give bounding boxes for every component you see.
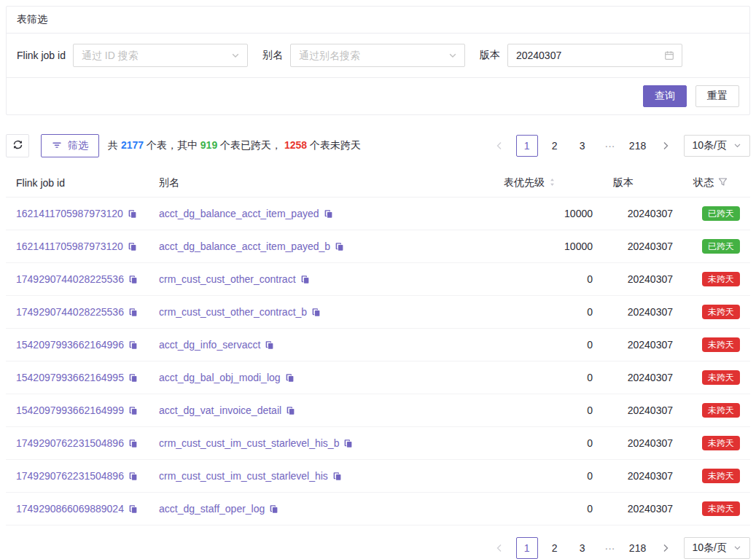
field-version: 版本 bbox=[480, 44, 682, 67]
copy-icon[interactable] bbox=[285, 373, 295, 383]
alias-link[interactable]: acct_dg_staff_oper_log bbox=[159, 503, 265, 515]
sorter-icon[interactable] bbox=[549, 177, 556, 189]
copy-icon[interactable] bbox=[128, 472, 138, 481]
page-number-1[interactable]: 1 bbox=[516, 135, 538, 157]
flink-job-id-link[interactable]: 1542097993662164999 bbox=[16, 404, 124, 416]
flink-job-id-link[interactable]: 1542097993662164996 bbox=[16, 339, 124, 351]
cell-alias: acct_dg_vat_invoice_detail bbox=[149, 394, 494, 427]
refresh-button[interactable] bbox=[6, 134, 29, 157]
status-badge: 未跨天 bbox=[702, 272, 740, 286]
alias-link[interactable]: crm_cust_cust_im_cust_starlevel_his bbox=[159, 470, 328, 482]
filter-button[interactable]: 筛选 bbox=[41, 134, 99, 157]
flink-job-id-link[interactable]: 1621411705987973120 bbox=[16, 208, 123, 219]
prev-page-button[interactable] bbox=[488, 135, 510, 157]
copy-icon[interactable] bbox=[128, 308, 138, 317]
chevron-down-icon bbox=[231, 51, 240, 60]
flink-job-id-link[interactable]: 1749290744028225536 bbox=[16, 273, 124, 285]
alias-select[interactable] bbox=[290, 44, 465, 67]
cell-alias: acct_dg_balance_acct_item_payed bbox=[149, 198, 494, 230]
copy-icon[interactable] bbox=[128, 439, 138, 448]
copy-icon[interactable] bbox=[332, 472, 342, 481]
table-row: 1749290762231504896crm_cust_cust_im_cust… bbox=[6, 460, 750, 493]
cell-alias: crm_cust_cust_im_cust_starlevel_his_b bbox=[149, 427, 494, 460]
page-number-1[interactable]: 1 bbox=[516, 537, 538, 559]
cell-flink-job-id: 1749290866069889024 bbox=[6, 493, 149, 525]
prev-page-button[interactable] bbox=[488, 537, 510, 559]
status-badge: 未跨天 bbox=[702, 370, 740, 385]
bottom-bar: 123···21810条/页 bbox=[6, 537, 750, 559]
alias-link[interactable]: acct_dg_info_servacct bbox=[159, 339, 260, 351]
copy-icon[interactable] bbox=[128, 504, 138, 514]
page-size-select[interactable]: 10条/页 bbox=[684, 135, 750, 157]
page-size-select[interactable]: 10条/页 bbox=[684, 537, 750, 559]
copy-icon[interactable] bbox=[128, 340, 138, 350]
summary-uncrossed-count: 1258 bbox=[284, 139, 307, 151]
table-row: 1542097993662164995acct_dg_bal_obj_modi_… bbox=[6, 361, 750, 394]
page-number-3[interactable]: 3 bbox=[572, 537, 593, 559]
header-status: 状态 bbox=[683, 171, 750, 198]
page-number-2[interactable]: 2 bbox=[544, 537, 566, 559]
copy-icon[interactable] bbox=[128, 242, 137, 251]
flink-job-id-link[interactable]: 1542097993662164995 bbox=[16, 372, 124, 383]
reset-button[interactable]: 重置 bbox=[695, 85, 739, 107]
pagination-top: 123···21810条/页 bbox=[488, 135, 750, 157]
alias-link[interactable]: acct_dg_bal_obj_modi_log bbox=[159, 372, 281, 383]
flink-job-id-select[interactable] bbox=[73, 44, 248, 67]
copy-icon[interactable] bbox=[300, 275, 310, 284]
alias-link[interactable]: acct_dg_balance_acct_item_payed_b bbox=[159, 241, 330, 252]
page-number-3[interactable]: 3 bbox=[572, 135, 593, 157]
copy-icon[interactable] bbox=[128, 275, 138, 284]
version-date-picker[interactable] bbox=[507, 44, 682, 67]
version-input[interactable] bbox=[508, 50, 664, 61]
copy-icon[interactable] bbox=[286, 406, 295, 415]
alias-link[interactable]: crm_cust_cust_other_contract bbox=[159, 273, 296, 285]
status-badge: 未跨天 bbox=[702, 501, 740, 516]
copy-icon[interactable] bbox=[335, 242, 344, 251]
flink-job-id-link[interactable]: 1621411705987973120 bbox=[16, 241, 123, 252]
copy-icon[interactable] bbox=[128, 209, 137, 219]
table-header-row: Flink job id 别名 表优先级 版本 状态 bbox=[6, 171, 750, 198]
funnel-filter-icon[interactable] bbox=[718, 177, 728, 189]
copy-icon[interactable] bbox=[311, 308, 321, 317]
flink-job-id-link[interactable]: 1749290762231504896 bbox=[16, 470, 124, 482]
flink-job-id-input[interactable] bbox=[74, 50, 231, 61]
copy-icon[interactable] bbox=[128, 406, 138, 415]
flink-job-id-link[interactable]: 1749290744028225536 bbox=[16, 306, 124, 318]
alias-link[interactable]: crm_cust_cust_im_cust_starlevel_his_b bbox=[159, 437, 339, 449]
header-priority[interactable]: 表优先级 bbox=[494, 171, 603, 198]
alias-link[interactable]: acct_dg_balance_acct_item_payed bbox=[159, 208, 319, 219]
cell-flink-job-id: 1749290762231504896 bbox=[6, 460, 149, 493]
page-number-2[interactable]: 2 bbox=[544, 135, 566, 157]
page-number-218[interactable]: 218 bbox=[627, 135, 649, 157]
page-number-218[interactable]: 218 bbox=[627, 537, 649, 559]
toolbar: 筛选 共 2177 个表，其中 919 个表已跨天， 1258 个表未跨天 12… bbox=[6, 134, 750, 157]
next-page-button[interactable] bbox=[655, 537, 677, 559]
alias-link[interactable]: acct_dg_vat_invoice_detail bbox=[159, 404, 281, 416]
alias-link[interactable]: crm_cust_cust_other_contract_b bbox=[159, 306, 307, 318]
flink-job-id-link[interactable]: 1749290762231504896 bbox=[16, 437, 124, 449]
cell-status: 未跨天 bbox=[683, 394, 750, 427]
copy-icon[interactable] bbox=[265, 340, 274, 350]
calendar-icon bbox=[664, 50, 674, 60]
query-button[interactable]: 查询 bbox=[643, 85, 687, 107]
status-badge: 未跨天 bbox=[702, 305, 740, 319]
cell-status: 未跨天 bbox=[683, 296, 750, 329]
cell-priority: 0 bbox=[494, 361, 603, 394]
alias-input[interactable] bbox=[291, 50, 448, 61]
chevron-down-icon bbox=[448, 51, 457, 60]
next-page-button[interactable] bbox=[655, 135, 677, 157]
page-ellipsis[interactable]: ··· bbox=[599, 537, 621, 559]
header-alias: 别名 bbox=[149, 171, 494, 198]
summary-prefix: 共 bbox=[108, 139, 121, 151]
flink-job-id-link[interactable]: 1749290866069889024 bbox=[16, 503, 124, 515]
copy-icon[interactable] bbox=[128, 373, 138, 383]
copy-icon[interactable] bbox=[269, 504, 278, 514]
cell-flink-job-id: 1749290744028225536 bbox=[6, 296, 149, 329]
cell-version: 20240307 bbox=[603, 329, 683, 361]
page-ellipsis[interactable]: ··· bbox=[599, 135, 621, 157]
chevron-down-icon bbox=[733, 140, 741, 152]
copy-icon[interactable] bbox=[324, 209, 333, 219]
pagination: 123···21810条/页 bbox=[488, 537, 750, 559]
copy-icon[interactable] bbox=[343, 439, 353, 448]
page-size-label: 10条/页 bbox=[693, 542, 727, 555]
